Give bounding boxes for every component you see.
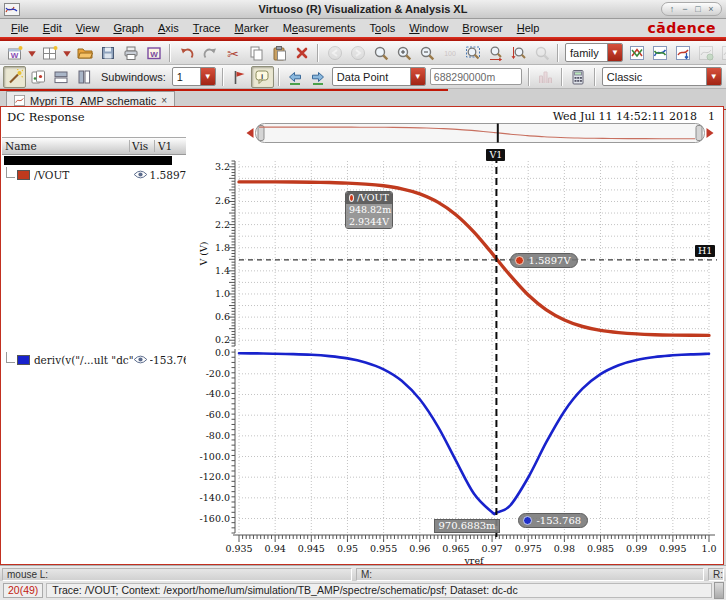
marker-value-input[interactable]: 688290000m <box>430 68 522 85</box>
calculator-button[interactable] <box>567 66 590 88</box>
prev-point-button[interactable] <box>284 66 307 88</box>
redo-button[interactable] <box>198 42 221 64</box>
paste-icon <box>271 45 287 61</box>
combo-arrow-icon[interactable]: ▼ <box>410 68 425 85</box>
family-combo[interactable]: family▼ <box>565 43 623 62</box>
vout-datatip[interactable]: /VOUT 948.82m 2.9344V <box>345 191 393 229</box>
delete-button[interactable] <box>290 42 313 64</box>
layout-cols-button[interactable] <box>72 66 95 88</box>
svg-text:0.985: 0.985 <box>587 543 614 554</box>
zoom-100-button[interactable]: 100 <box>438 42 461 64</box>
svg-text:i: i <box>261 71 263 80</box>
menu-browser[interactable]: Browser <box>455 21 509 35</box>
new-subwindow-button-dropdown[interactable] <box>61 42 73 64</box>
back-button[interactable] <box>323 42 346 64</box>
zoom-out-icon <box>419 45 435 61</box>
wizard-button[interactable] <box>3 66 26 88</box>
v1-x-readout[interactable]: 970.6883m <box>434 519 499 533</box>
toolbar-secondary: Subwindows:1▼iData Point▼688290000mClass… <box>0 65 726 89</box>
svg-text:0.97: 0.97 <box>481 543 502 554</box>
strip-chart-button[interactable] <box>625 42 648 64</box>
status-scrollbar[interactable] <box>714 582 724 599</box>
cards-button[interactable] <box>26 66 49 88</box>
chart-add-icon <box>698 45 714 61</box>
svg-text:1.8: 1.8 <box>215 242 230 253</box>
subwindows-combo[interactable]: 1▼ <box>172 67 216 86</box>
style-combo[interactable]: Classic▼ <box>602 67 722 86</box>
deriv-min-readout[interactable]: -153.768 <box>518 513 588 528</box>
shade-button-icon[interactable]: ↑ <box>666 4 678 14</box>
zoom-x-button[interactable] <box>484 42 507 64</box>
svg-text:-160.0: -160.0 <box>200 513 230 524</box>
h1-intersection-readout[interactable]: 1.5897V <box>510 253 577 268</box>
undo-button[interactable] <box>175 42 198 64</box>
menu-window[interactable]: Window <box>402 21 455 35</box>
save-button[interactable] <box>96 42 119 64</box>
svg-text:W: W <box>10 51 18 60</box>
paste-button[interactable] <box>267 42 290 64</box>
zoom-prev-button[interactable] <box>530 42 553 64</box>
zoom-fit-button[interactable] <box>461 42 484 64</box>
v1-marker-label[interactable]: V1 <box>486 149 505 161</box>
delete-chart-button[interactable] <box>717 42 726 64</box>
svg-text:-100.0: -100.0 <box>200 451 230 462</box>
menu-axis[interactable]: Axis <box>151 21 186 35</box>
menu-trace[interactable]: Trace <box>186 21 228 35</box>
export-image-icon: W <box>146 45 162 61</box>
new-subwindow-button[interactable] <box>38 42 61 64</box>
svg-text:-80.0: -80.0 <box>206 430 230 441</box>
zoom-in-button[interactable] <box>392 42 415 64</box>
copy-button[interactable] <box>244 42 267 64</box>
next-point-button[interactable] <box>307 66 330 88</box>
plot-area[interactable]: 3.22.62.21.81.41.00.60.2V (V)0.0-20.0-40… <box>1 107 725 564</box>
graph-window: DC Response Wed Jul 11 14:52:11 2018 1 N… <box>0 106 724 565</box>
marker-mode-combo[interactable]: Data Point▼ <box>332 67 426 86</box>
print-button[interactable] <box>119 42 142 64</box>
combo-arrow-icon[interactable]: ▼ <box>706 68 721 85</box>
blue-point-icon <box>523 516 532 525</box>
open-button[interactable] <box>73 42 96 64</box>
layout-rows-button[interactable] <box>49 66 72 88</box>
window-controls: ↑−□× <box>661 2 722 16</box>
add-chart-button[interactable] <box>694 42 717 64</box>
combo-arrow-icon[interactable]: ▼ <box>200 68 215 85</box>
menu-file[interactable]: File <box>4 21 36 35</box>
tab-close-icon[interactable]: × <box>161 95 167 106</box>
menu-edit[interactable]: Edit <box>36 21 69 35</box>
curve-deriv[interactable] <box>239 353 709 514</box>
swap-axes-button[interactable] <box>671 42 694 64</box>
cut-button[interactable]: ✂ <box>221 42 244 64</box>
svg-text:3.2: 3.2 <box>215 161 230 172</box>
maximize-button-icon[interactable]: □ <box>692 4 704 14</box>
zoom-out-button[interactable] <box>415 42 438 64</box>
svg-text:-140.0: -140.0 <box>200 492 230 503</box>
zoom-y-button[interactable] <box>507 42 530 64</box>
zoom-button[interactable] <box>369 42 392 64</box>
menu-graph[interactable]: Graph <box>106 21 151 35</box>
tab-label: Mypri TB_AMP schematic <box>30 95 156 107</box>
histogram-button[interactable] <box>534 66 557 88</box>
svg-text:0.99: 0.99 <box>626 543 647 554</box>
menu-marker[interactable]: Marker <box>227 21 275 35</box>
new-window-button-dropdown[interactable] <box>26 42 38 64</box>
mouse-middle-hint: M: <box>356 568 704 581</box>
svg-text:0.935: 0.935 <box>225 543 252 554</box>
forward-button[interactable] <box>346 42 369 64</box>
new-window-button[interactable]: W <box>3 42 26 64</box>
datatip-trace-name: /VOUT <box>357 192 389 204</box>
minimize-button-icon[interactable]: − <box>679 4 691 14</box>
label-toggle-button[interactable]: i <box>251 66 274 88</box>
menu-measurements[interactable]: Measurements <box>276 21 363 35</box>
menu-help[interactable]: Help <box>510 21 547 35</box>
curve-vout[interactable] <box>239 182 709 336</box>
flag-button[interactable] <box>228 66 251 88</box>
combo-arrow-icon[interactable]: ▼ <box>607 44 622 61</box>
dropdown-caret-icon <box>62 45 72 61</box>
export-image-button[interactable]: W <box>142 42 165 64</box>
close-button-icon[interactable]: × <box>705 4 717 14</box>
menu-view[interactable]: View <box>69 21 107 35</box>
menu-tools[interactable]: Tools <box>363 21 403 35</box>
title-bar: Virtuoso (R) Visualization & Analysis XL… <box>0 0 726 19</box>
overlay-chart-button[interactable] <box>648 42 671 64</box>
h1-marker-label[interactable]: H1 <box>695 245 715 257</box>
